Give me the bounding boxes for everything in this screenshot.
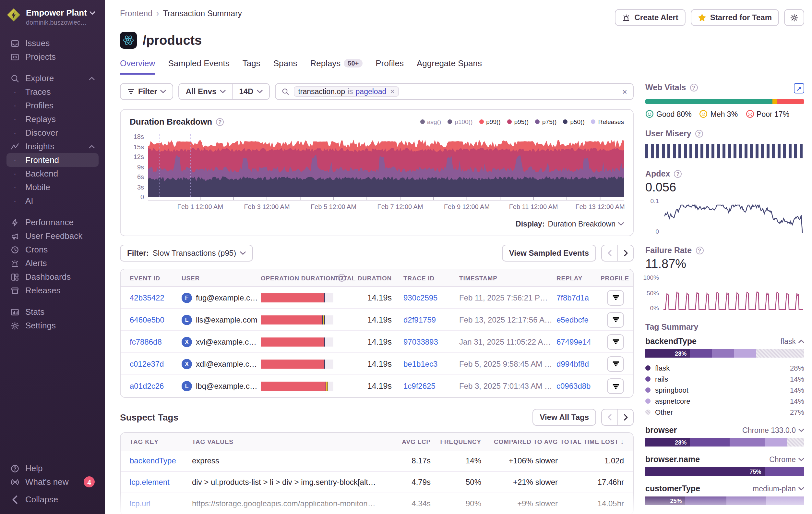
tab-replays[interactable]: Replays50+ xyxy=(310,58,362,75)
sidebar-item-ai[interactable]: ·AI xyxy=(6,194,98,208)
sidebar-item-dashboards[interactable]: Dashboards xyxy=(6,270,98,283)
event-id-link[interactable]: fc7886d8 xyxy=(130,337,182,346)
sidebar-item-settings[interactable]: Settings xyxy=(6,319,98,332)
trace-id-link[interactable]: 97033893 xyxy=(403,337,459,346)
legend-releases[interactable]: Releases xyxy=(591,118,624,125)
token-remove-icon[interactable]: × xyxy=(389,88,394,96)
sidebar-item-issues[interactable]: Issues xyxy=(6,36,98,50)
tab-sampled-events[interactable]: Sampled Events xyxy=(168,58,229,75)
sidebar-item-releases[interactable]: Releases xyxy=(6,283,98,297)
help-icon[interactable]: ? xyxy=(696,247,703,254)
event-id-link[interactable]: c012e37d xyxy=(130,359,182,368)
sidebar-item-traces[interactable]: ·Traces xyxy=(6,85,98,99)
breadcrumb-frontend[interactable]: Frontend xyxy=(120,9,152,18)
tag-distribution-bar[interactable]: 28% xyxy=(645,349,804,358)
settings-button[interactable] xyxy=(784,9,804,26)
sidebar-collapse-button[interactable]: Collapse xyxy=(6,493,98,506)
sidebar-item-performance[interactable]: Performance xyxy=(6,215,98,229)
search-clear-icon[interactable]: × xyxy=(622,87,627,97)
tag-value-dropdown[interactable]: Chrome 133.0.0 xyxy=(742,426,804,434)
help-icon[interactable]: ? xyxy=(216,118,224,126)
date-range-dropdown[interactable]: 14D xyxy=(232,84,269,99)
replay-link[interactable]: 7f8b7d1a xyxy=(556,293,601,302)
search-token[interactable]: transaction.op is pageload × xyxy=(293,86,399,97)
tag-value-dropdown[interactable]: flask xyxy=(781,337,804,345)
legend-p75[interactable]: p75() xyxy=(535,118,556,125)
sidebar-item-profiles[interactable]: ·Profiles xyxy=(6,99,98,112)
help-icon[interactable]: ? xyxy=(695,130,703,138)
legend-p95[interactable]: p95() xyxy=(507,118,529,125)
tag-value-dropdown[interactable]: Chrome xyxy=(769,456,804,463)
profile-button[interactable] xyxy=(607,356,624,372)
search-input[interactable]: transaction.op is pageload × × xyxy=(275,83,634,100)
filter-dropdown[interactable]: Filter xyxy=(121,84,173,99)
sidebar-item-discover[interactable]: ·Discover xyxy=(6,126,98,139)
display-dropdown[interactable]: Duration Breakdown xyxy=(548,220,624,228)
trace-id-link[interactable]: 1c9f2625 xyxy=(403,382,459,391)
tag-value-dropdown[interactable]: medium-plan xyxy=(753,485,804,493)
trace-id-link[interactable]: d2f91759 xyxy=(403,315,459,324)
sidebar-group-explore[interactable]: Explore xyxy=(6,72,98,85)
sidebar-group-insights[interactable]: Insights xyxy=(6,139,98,153)
external-link-icon[interactable]: ↗ xyxy=(794,83,804,93)
next-page-button[interactable] xyxy=(617,245,634,262)
tab-aggregate-spans[interactable]: Aggregate Spans xyxy=(417,58,482,75)
sidebar-item-replays[interactable]: ·Replays xyxy=(6,112,98,126)
profile-button[interactable] xyxy=(607,378,624,394)
sidebar-item-crons[interactable]: Crons xyxy=(6,243,98,256)
sidebar-item-backend[interactable]: ·Backend xyxy=(6,167,98,181)
event-id-link[interactable]: a01d2c26 xyxy=(130,382,182,391)
sidebar-item-user-feedback[interactable]: User Feedback xyxy=(6,229,98,243)
replay-link[interactable]: c0963d8b xyxy=(556,382,601,391)
view-sampled-events-button[interactable]: View Sampled Events xyxy=(502,245,596,262)
legend-p100[interactable]: p100() xyxy=(447,118,472,125)
environment-dropdown[interactable]: All Envs xyxy=(179,84,232,99)
tag-distribution-bar[interactable]: 25% xyxy=(645,496,804,505)
replay-link[interactable]: d994bf8d xyxy=(556,359,601,368)
dot-icon xyxy=(645,365,650,370)
sidebar-item-help[interactable]: Help xyxy=(6,461,98,475)
tag-key-link[interactable]: lcp.url xyxy=(130,499,192,508)
legend-avg[interactable]: avg() xyxy=(420,118,441,125)
event-id-link[interactable]: 42b35422 xyxy=(130,293,182,302)
org-switcher[interactable]: Empower Plant dominik.buszowiec… xyxy=(6,8,98,26)
help-icon[interactable]: ? xyxy=(674,170,682,178)
prev-page-button[interactable] xyxy=(601,245,617,262)
view-all-tags-button[interactable]: View All Tags xyxy=(532,409,596,426)
profile-button[interactable] xyxy=(607,334,624,350)
sidebar-item-projects[interactable]: Projects xyxy=(6,50,98,63)
tag-key-link[interactable]: backendType xyxy=(130,456,192,465)
replay-link[interactable]: e5edbcfe xyxy=(556,315,601,324)
create-alert-button[interactable]: Create Alert xyxy=(615,9,686,26)
trace-id-link[interactable]: 930c2595 xyxy=(403,293,459,302)
sidebar-item-alerts[interactable]: Alerts xyxy=(6,256,98,270)
help-icon[interactable]: ? xyxy=(690,84,698,91)
sidebar-item-frontend[interactable]: ·Frontend xyxy=(6,153,98,167)
events-filter-dropdown[interactable]: Filter: Slow Transactions (p95) xyxy=(120,245,253,262)
tab-overview[interactable]: Overview xyxy=(120,58,155,75)
profile-button[interactable] xyxy=(607,290,624,305)
legend-p99[interactable]: p99() xyxy=(479,118,500,125)
bullet-icon: · xyxy=(10,184,20,190)
sidebar-item-mobile[interactable]: ·Mobile xyxy=(6,181,98,194)
trace-id-link[interactable]: be1b1ec3 xyxy=(403,359,459,368)
next-page-button[interactable] xyxy=(617,409,634,426)
tag-distribution-bar[interactable]: 28% xyxy=(645,438,804,447)
prev-page-button[interactable] xyxy=(601,409,617,426)
duration-breakdown-chart[interactable] xyxy=(148,133,624,200)
starred-for-team-button[interactable]: Starred for Team xyxy=(691,9,779,26)
tag-customerType: customerType medium-plan 25% xyxy=(645,484,804,505)
dot-icon xyxy=(645,398,650,403)
event-id-link[interactable]: 6460e5b0 xyxy=(130,315,182,324)
profile-button[interactable] xyxy=(607,312,624,327)
tag-key-link[interactable]: lcp.element xyxy=(130,478,192,487)
tab-profiles[interactable]: Profiles xyxy=(376,58,404,75)
legend-p50[interactable]: p50() xyxy=(563,118,584,125)
sidebar-item-whats-new[interactable]: What's new4 xyxy=(6,475,98,489)
sort-column[interactable]: TOTAL TIME LOST ↓ xyxy=(558,438,624,445)
replay-link[interactable]: 67499e14 xyxy=(556,337,601,346)
sidebar-item-stats[interactable]: Stats xyxy=(6,305,98,319)
tab-spans[interactable]: Spans xyxy=(273,58,297,75)
tag-distribution-bar[interactable]: 75% xyxy=(645,467,804,476)
tab-tags[interactable]: Tags xyxy=(242,58,260,75)
